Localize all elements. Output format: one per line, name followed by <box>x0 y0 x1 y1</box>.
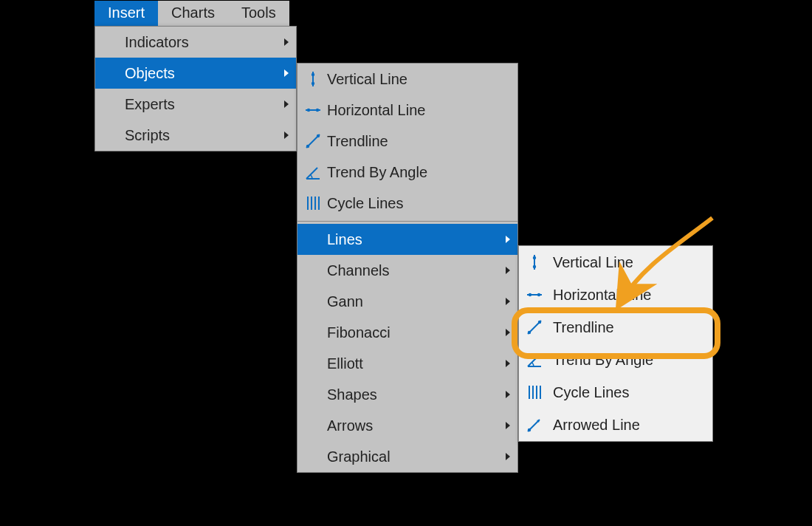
menu-item-label: Arrowed Line <box>553 417 640 434</box>
cycle-lines-icon <box>303 194 323 213</box>
svg-point-31 <box>528 428 531 431</box>
submenu-arrow-icon <box>506 298 510 305</box>
menu-item-label: Trendline <box>553 319 614 336</box>
menu-item-label: Arrows <box>327 417 373 434</box>
menu-item-label: Trend By Angle <box>553 352 653 369</box>
menu-item-label: Fibonacci <box>327 324 390 341</box>
menubar-label: Insert <box>108 4 145 21</box>
menu-item-objects[interactable]: Objects <box>95 58 296 89</box>
menu-item-graphical[interactable]: Graphical <box>297 441 517 472</box>
menu-item-label: Indicators <box>125 34 189 51</box>
menubar: Insert Charts Tools <box>94 1 289 26</box>
vertical-line-icon <box>525 253 544 272</box>
arrowed-line-icon <box>525 415 544 434</box>
menu-item-label: Trendline <box>327 133 388 150</box>
submenu-arrow-icon <box>284 69 289 77</box>
menubar-charts[interactable]: Charts <box>158 1 228 26</box>
menu-item-label: Channels <box>327 262 390 279</box>
svg-point-23 <box>538 321 541 324</box>
submenu-arrow-icon <box>506 267 510 274</box>
menu-item-label: Horizontal Line <box>553 287 651 304</box>
submenu-arrow-icon <box>284 132 289 139</box>
submenu-arrow-icon <box>506 329 510 336</box>
submenu-arrow-icon <box>284 100 289 108</box>
svg-point-4 <box>307 109 310 112</box>
menu-item-arrows[interactable]: Arrows <box>297 410 517 441</box>
trend-angle-icon <box>525 350 544 369</box>
menu-item-label: Trend By Angle <box>327 164 427 181</box>
svg-point-7 <box>306 145 309 148</box>
menu-item-label: Vertical Line <box>327 71 407 88</box>
svg-point-2 <box>312 82 314 85</box>
menubar-tools[interactable]: Tools <box>228 1 289 26</box>
svg-point-17 <box>533 265 536 268</box>
svg-point-20 <box>537 293 540 296</box>
trend-angle-icon <box>303 163 323 182</box>
menu-item-label: Graphical <box>327 448 390 465</box>
trendline-icon <box>525 318 544 337</box>
menu-item-scripts[interactable]: Scripts <box>95 120 296 151</box>
menu-item-label: Shapes <box>327 386 377 403</box>
horizontal-line-icon <box>303 100 323 120</box>
menu-item-label: Horizontal Line <box>327 102 425 119</box>
menu-item-label: Lines <box>327 231 362 248</box>
menu-item-vertical-line[interactable]: Vertical Line <box>297 64 517 95</box>
svg-point-19 <box>529 293 531 296</box>
trendline-icon <box>303 132 323 151</box>
menu-item-shapes[interactable]: Shapes <box>297 379 517 410</box>
submenu-arrow-icon <box>506 453 510 460</box>
menu-lines: Vertical Line Horizontal Line Trendline … <box>518 245 713 442</box>
menu-item-cycle-lines-2[interactable]: Cycle Lines <box>519 376 712 409</box>
menu-item-label: Scripts <box>125 127 170 144</box>
menu-item-trendline[interactable]: Trendline <box>297 126 517 157</box>
svg-point-1 <box>312 73 314 76</box>
menu-item-label: Cycle Lines <box>553 384 629 401</box>
menu-item-horizontal-line-2[interactable]: Horizontal Line <box>519 279 712 311</box>
submenu-arrow-icon <box>506 422 510 429</box>
menu-item-trend-by-angle-2[interactable]: Trend By Angle <box>519 344 712 376</box>
menubar-insert[interactable]: Insert <box>94 1 158 26</box>
menu-item-vertical-line-2[interactable]: Vertical Line <box>519 246 712 279</box>
submenu-arrow-icon <box>506 391 510 398</box>
menu-item-label: Elliott <box>327 355 363 372</box>
menu-item-arrowed-line[interactable]: Arrowed Line <box>519 409 712 441</box>
menu-item-label: Objects <box>125 65 175 82</box>
menu-item-trend-by-angle[interactable]: Trend By Angle <box>297 157 517 188</box>
svg-point-16 <box>533 256 536 259</box>
vertical-line-icon <box>303 69 323 89</box>
menu-item-label: Experts <box>125 96 175 113</box>
menu-item-label: Gann <box>327 293 363 310</box>
svg-point-5 <box>316 109 319 112</box>
menu-item-indicators[interactable]: Indicators <box>95 27 296 58</box>
menu-separator <box>297 221 517 222</box>
menu-item-lines[interactable]: Lines <box>297 224 517 255</box>
menu-item-label: Vertical Line <box>553 254 633 271</box>
menu-item-fibonacci[interactable]: Fibonacci <box>297 317 517 348</box>
menu-item-trendline-2[interactable]: Trendline <box>519 311 712 344</box>
menu-insert: Indicators Objects Experts Scripts <box>94 26 297 151</box>
svg-point-22 <box>528 331 531 334</box>
cycle-lines-icon <box>525 383 544 402</box>
menu-item-channels[interactable]: Channels <box>297 255 517 286</box>
menu-item-experts[interactable]: Experts <box>95 89 296 120</box>
menu-objects: Vertical Line Horizontal Line Trendline … <box>297 63 518 473</box>
submenu-arrow-icon <box>506 360 510 367</box>
submenu-arrow-icon <box>284 38 289 46</box>
menubar-label: Tools <box>241 4 276 21</box>
menu-item-elliott[interactable]: Elliott <box>297 348 517 379</box>
menu-item-cycle-lines[interactable]: Cycle Lines <box>297 188 517 219</box>
menu-item-gann[interactable]: Gann <box>297 286 517 317</box>
horizontal-line-icon <box>525 285 544 304</box>
svg-point-8 <box>317 134 320 137</box>
menubar-label: Charts <box>171 4 215 21</box>
submenu-arrow-icon <box>506 236 510 243</box>
menu-item-horizontal-line[interactable]: Horizontal Line <box>297 95 517 126</box>
menu-item-label: Cycle Lines <box>327 195 403 212</box>
